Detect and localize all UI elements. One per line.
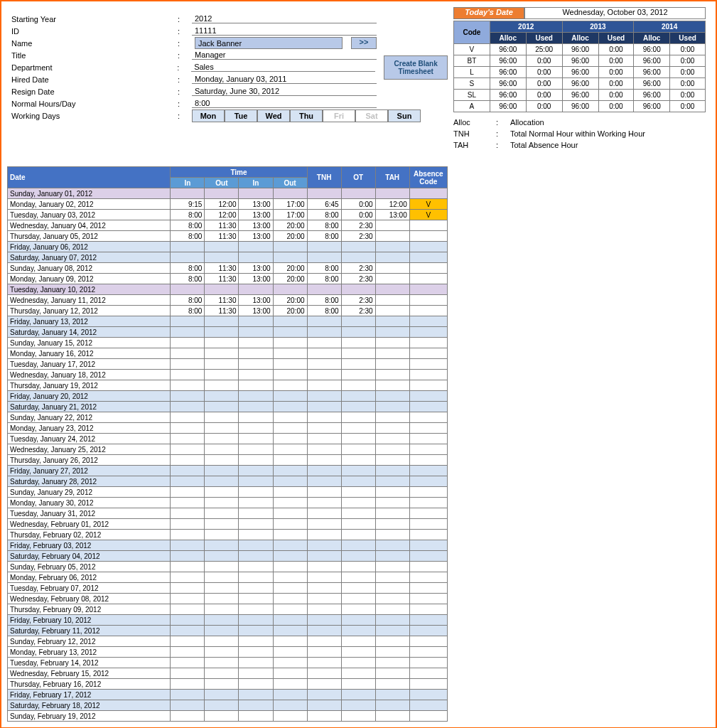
ts-time-cell[interactable]: 11:30 <box>205 295 239 306</box>
ts-absence-cell[interactable] <box>409 594 447 604</box>
ts-time-cell[interactable] <box>171 530 205 540</box>
ts-time-cell[interactable] <box>239 284 273 295</box>
ts-time-cell[interactable]: 11:30 <box>205 220 239 231</box>
ts-time-cell[interactable]: 20:00 <box>273 263 307 274</box>
ts-time-cell[interactable] <box>239 679 273 690</box>
ts-absence-cell[interactable] <box>409 455 447 466</box>
ts-time-cell[interactable] <box>171 316 205 327</box>
ts-time-cell[interactable] <box>171 348 205 359</box>
ts-time-cell[interactable] <box>171 188 205 199</box>
ts-time-cell[interactable] <box>205 508 239 519</box>
value-hired-date[interactable]: Monday, January 03, 2011 <box>192 75 377 84</box>
ts-time-cell[interactable] <box>273 690 307 700</box>
ts-time-cell[interactable] <box>273 530 307 540</box>
value-resign-date[interactable]: Saturday, June 30, 2012 <box>192 87 377 96</box>
ts-absence-cell[interactable] <box>409 434 447 444</box>
ts-absence-cell[interactable] <box>409 242 447 252</box>
ts-time-cell[interactable]: 17:00 <box>273 210 307 220</box>
ts-time-cell[interactable] <box>239 615 273 626</box>
ts-time-cell[interactable] <box>171 455 205 466</box>
ts-time-cell[interactable] <box>205 636 239 647</box>
ts-absence-cell[interactable] <box>409 636 447 647</box>
ts-time-cell[interactable] <box>171 540 205 551</box>
ts-time-cell[interactable] <box>171 562 205 572</box>
ts-time-cell[interactable] <box>273 572 307 583</box>
ts-time-cell[interactable] <box>273 188 307 199</box>
day-toggle-mon[interactable]: Mon <box>192 109 225 122</box>
ts-time-cell[interactable] <box>171 391 205 402</box>
ts-absence-cell[interactable] <box>409 284 447 295</box>
ts-absence-cell[interactable] <box>409 508 447 519</box>
ts-time-cell[interactable] <box>273 338 307 348</box>
ts-absence-cell[interactable] <box>409 327 447 338</box>
ts-time-cell[interactable] <box>239 402 273 412</box>
create-blank-timesheet-button[interactable]: Create BlankTimesheet <box>384 55 448 80</box>
ts-time-cell[interactable] <box>205 444 239 455</box>
ts-time-cell[interactable] <box>171 423 205 434</box>
ts-time-cell[interactable] <box>273 391 307 402</box>
ts-time-cell[interactable] <box>239 327 273 338</box>
ts-time-cell[interactable] <box>205 455 239 466</box>
ts-absence-cell[interactable] <box>409 562 447 572</box>
ts-time-cell[interactable]: 11:30 <box>205 274 239 284</box>
ts-time-cell[interactable] <box>171 679 205 690</box>
ts-time-cell[interactable] <box>171 476 205 487</box>
ts-time-cell[interactable] <box>205 348 239 359</box>
ts-time-cell[interactable] <box>273 636 307 647</box>
ts-time-cell[interactable] <box>273 498 307 508</box>
ts-time-cell[interactable]: 12:00 <box>205 199 239 210</box>
ts-time-cell[interactable] <box>273 284 307 295</box>
ts-absence-cell[interactable] <box>409 220 447 231</box>
ts-time-cell[interactable] <box>239 466 273 476</box>
ts-time-cell[interactable] <box>171 626 205 636</box>
ts-time-cell[interactable] <box>205 626 239 636</box>
ts-time-cell[interactable] <box>205 402 239 412</box>
ts-time-cell[interactable] <box>205 370 239 380</box>
ts-time-cell[interactable] <box>171 572 205 583</box>
ts-time-cell[interactable] <box>171 615 205 626</box>
ts-time-cell[interactable] <box>239 530 273 540</box>
ts-time-cell[interactable] <box>239 647 273 658</box>
ts-time-cell[interactable] <box>205 487 239 498</box>
value-department[interactable]: Sales <box>191 63 375 72</box>
ts-absence-cell[interactable] <box>409 370 447 380</box>
ts-time-cell[interactable] <box>205 498 239 508</box>
value-id[interactable]: 11111 <box>192 26 377 36</box>
ts-time-cell[interactable] <box>239 508 273 519</box>
ts-time-cell[interactable] <box>171 252 205 263</box>
ts-time-cell[interactable] <box>239 562 273 572</box>
ts-time-cell[interactable] <box>273 348 307 359</box>
ts-time-cell[interactable]: 8:00 <box>171 306 205 316</box>
ts-time-cell[interactable] <box>171 647 205 658</box>
ts-time-cell[interactable] <box>171 668 205 679</box>
ts-time-cell[interactable] <box>239 338 273 348</box>
ts-time-cell[interactable]: 20:00 <box>273 220 307 231</box>
ts-time-cell[interactable] <box>239 626 273 636</box>
ts-time-cell[interactable]: 13:00 <box>239 306 273 316</box>
ts-time-cell[interactable] <box>171 434 205 444</box>
ts-time-cell[interactable]: 13:00 <box>239 274 273 284</box>
ts-time-cell[interactable]: 13:00 <box>239 210 273 220</box>
ts-time-cell[interactable] <box>273 668 307 679</box>
ts-time-cell[interactable] <box>273 412 307 423</box>
ts-time-cell[interactable]: 11:30 <box>205 306 239 316</box>
ts-time-cell[interactable] <box>205 700 239 711</box>
ts-absence-cell[interactable] <box>409 348 447 359</box>
ts-absence-cell[interactable] <box>409 679 447 690</box>
ts-absence-cell[interactable] <box>409 626 447 636</box>
ts-time-cell[interactable] <box>239 188 273 199</box>
ts-time-cell[interactable] <box>205 658 239 668</box>
ts-time-cell[interactable] <box>205 476 239 487</box>
ts-time-cell[interactable] <box>205 252 239 263</box>
ts-time-cell[interactable]: 12:00 <box>205 210 239 220</box>
ts-time-cell[interactable] <box>205 604 239 615</box>
ts-time-cell[interactable] <box>171 466 205 476</box>
ts-time-cell[interactable] <box>239 498 273 508</box>
ts-time-cell[interactable] <box>273 540 307 551</box>
ts-time-cell[interactable] <box>171 284 205 295</box>
ts-time-cell[interactable] <box>239 316 273 327</box>
ts-time-cell[interactable] <box>171 594 205 604</box>
ts-time-cell[interactable] <box>239 658 273 668</box>
ts-time-cell[interactable] <box>273 370 307 380</box>
ts-time-cell[interactable] <box>273 455 307 466</box>
